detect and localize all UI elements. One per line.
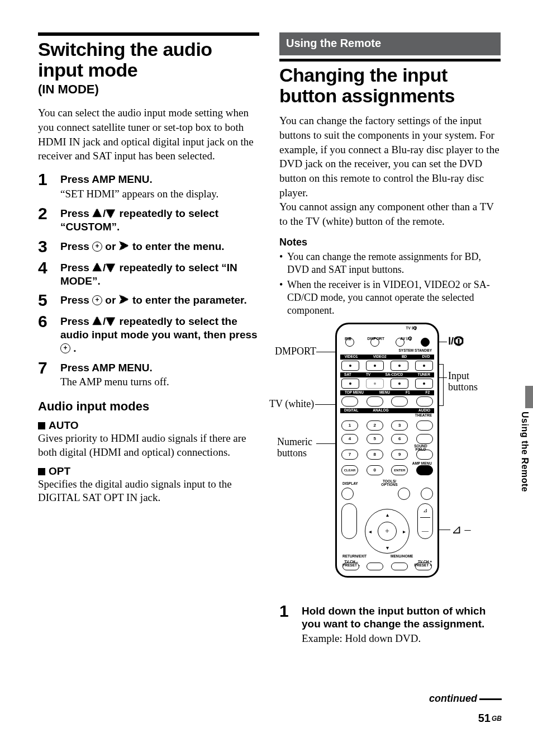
step-num: 3 <box>38 238 53 255</box>
remote-num-btn: 1 <box>341 420 358 431</box>
remote-diagram: DMPORT TV (white) Numeric buttons Ⅰ/⏼ In… <box>279 323 501 599</box>
side-tab-label: Using the Remote <box>520 412 530 492</box>
step-4: 4 Press ⯅/⯆ repeatedly to select “IN MOD… <box>38 259 259 288</box>
step-head: Press or ⮞ to enter the parameter. <box>60 294 259 307</box>
side-tab-strip <box>525 386 533 408</box>
remote-transport-row <box>342 563 432 570</box>
mode-opt-desc: Specifies the digital audio signals inpu… <box>38 478 259 505</box>
audio-modes-heading: Audio input modes <box>38 399 259 414</box>
remote-mute-btn <box>421 488 433 500</box>
mode-auto-desc: Gives priority to HDMI audio signals if … <box>38 432 259 459</box>
step-num: 1 <box>38 171 53 201</box>
step-num: 5 <box>38 292 53 309</box>
remote-btn <box>416 434 433 444</box>
remote-input-btn <box>391 361 408 371</box>
enter-icon <box>92 242 102 252</box>
mode-name: AUTO <box>49 419 78 431</box>
remote-side-oval <box>341 503 357 539</box>
remote-btn <box>396 338 404 347</box>
callout-tv-white: TV (white) <box>269 399 314 410</box>
step-head-pre: Press <box>60 294 92 306</box>
remote-input-btn <box>415 379 433 389</box>
square-bullet-icon <box>38 468 45 475</box>
remote-top-label: TV Ⅰ/⏼ <box>337 327 437 330</box>
remote-btn <box>416 420 433 431</box>
step-num: 7 <box>38 360 53 389</box>
remote-input-btn <box>391 379 408 389</box>
right-column: Using the Remote Changing the input butt… <box>279 32 501 734</box>
right-title: Changing the input button assignments <box>279 65 501 106</box>
section-bar: Using the Remote <box>279 32 501 55</box>
step-head: Press ⯅/⯆ repeatedly to select “IN MODE”… <box>60 261 259 288</box>
step-head: Press ⯅/⯆ repeatedly to select the audio… <box>60 315 259 355</box>
remote-num-btn: 9 <box>391 450 408 460</box>
step-head: Press ⯅/⯆ repeatedly to select “CUSTOM”. <box>60 207 259 234</box>
step-1: 1 Press AMP MENU. “SET HDMI” appears on … <box>38 171 259 201</box>
callout-numeric: Numeric buttons <box>277 437 322 459</box>
step-head: Press or ⮞ to enter the menu. <box>60 240 259 253</box>
step-sub: “SET HDMI” appears on the display. <box>60 187 259 201</box>
continued-label: continued <box>429 693 502 705</box>
left-column: Switching the audio input mode (IN MODE)… <box>38 32 259 734</box>
right-intro-1: You can change the factory settings of t… <box>279 114 501 200</box>
step-head-mid: or ⮞ to enter the parameter. <box>102 294 247 306</box>
remote-num-btn: 3 <box>391 420 408 431</box>
remote-clear-btn: CLEAR <box>341 465 358 475</box>
remote-num-btn: 0 <box>367 465 383 475</box>
remote-num-btn: 4 <box>341 434 358 444</box>
remote-num-btn: 8 <box>367 450 383 460</box>
left-title: Switching the audio input mode <box>38 39 259 80</box>
step-num: 1 <box>279 603 294 646</box>
step-7: 7 Press AMP MENU. The AMP menu turns off… <box>38 360 259 389</box>
remote-enter-btn: ENTER <box>391 465 408 475</box>
square-bullet-icon <box>38 422 45 429</box>
remote-input-btn <box>415 361 433 371</box>
remote-num-btn: 6 <box>391 434 408 444</box>
remote-btn <box>416 450 433 460</box>
callout-bracket <box>439 405 444 406</box>
remote-btn <box>416 396 433 407</box>
remote-btn-power <box>421 338 430 347</box>
step-num: 6 <box>38 313 53 355</box>
remote-btn <box>391 396 408 407</box>
left-subtitle: (IN MODE) <box>38 82 259 97</box>
remote-btn <box>370 338 379 347</box>
remote-tools-btn <box>398 488 410 500</box>
remote-btn <box>345 338 354 347</box>
rule <box>38 32 259 36</box>
step-6: 6 Press ⯅/⯆ repeatedly to select the aud… <box>38 313 259 355</box>
step-2: 2 Press ⯅/⯆ repeatedly to select “CUSTOM… <box>38 205 259 234</box>
remote-display-btn <box>341 488 354 500</box>
callout-bracket <box>443 364 444 405</box>
step-head: Press AMP MENU. <box>60 173 259 186</box>
step-head-mid: or ⮞ to enter the menu. <box>102 240 225 252</box>
remote-label: SYSTEM STANDBY <box>399 349 432 353</box>
rule <box>279 59 501 62</box>
right-step-1: 1 Hold down the input button of which yo… <box>279 603 501 646</box>
notes-heading: Notes <box>279 237 501 248</box>
remote-input-btn <box>341 361 359 371</box>
remote-num-btn: 2 <box>367 420 383 431</box>
side-tab: Using the Remote <box>517 386 533 509</box>
note-item: When the receiver is in VIDEO1, VIDEO2 o… <box>279 278 501 317</box>
remote-num-btn: 7 <box>341 450 358 460</box>
enter-icon <box>60 343 70 353</box>
step-5: 5 Press or ⮞ to enter the parameter. <box>38 292 259 309</box>
page-gb: GB <box>492 715 502 722</box>
mode-auto-title: AUTO <box>38 419 259 432</box>
step-head: Press AMP MENU. <box>60 361 259 375</box>
left-intro: You can select the audio input mode sett… <box>38 106 259 163</box>
step-sub: The AMP menu turns off. <box>60 375 259 389</box>
callout-bracket <box>439 364 444 365</box>
remote-body: TV Ⅰ/⏼ ⊟⊞ DMPORT AV Ⅰ/⏼ SYSTEM STANDBY <box>335 323 439 578</box>
mode-name: OPT <box>49 465 70 477</box>
remote-btn <box>367 396 383 407</box>
step-sub: Example: Hold down DVD. <box>302 632 501 646</box>
remote-btn <box>341 396 358 407</box>
remote-input-btn <box>341 379 359 389</box>
remote-dpad: + ▴ ▾ ◂ ▸ <box>365 509 410 554</box>
enter-icon: + <box>378 522 397 541</box>
enter-icon <box>92 295 102 305</box>
notes-list: You can change the remote assignments fo… <box>279 251 501 317</box>
callout-vol-minus: ⊿ – <box>451 523 471 536</box>
